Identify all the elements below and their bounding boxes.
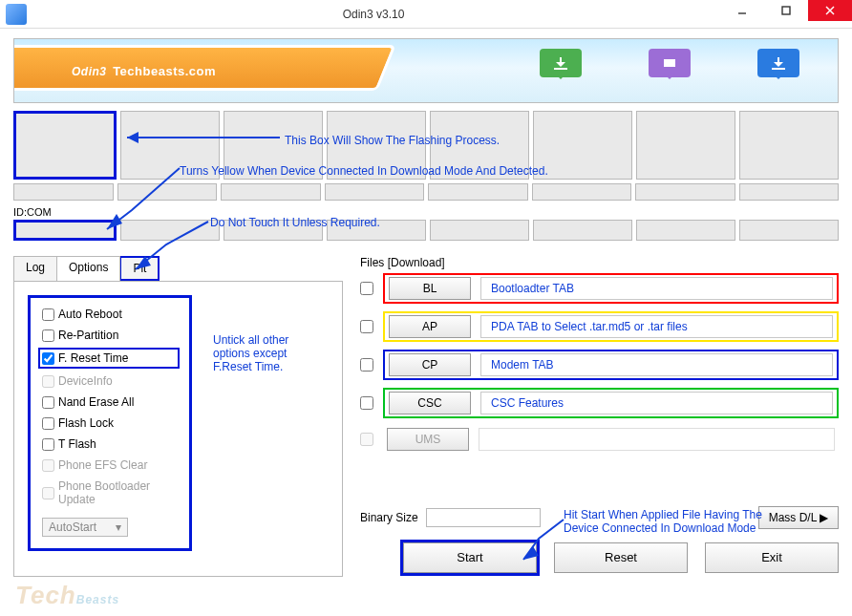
window-title: Odin3 v3.10	[27, 8, 720, 21]
banner-brand: Odin3 Techbeasts.com	[72, 56, 216, 81]
file-cp-field[interactable]: Modem TAB	[480, 353, 833, 376]
binary-size-label: Binary Size	[360, 511, 418, 524]
file-cp-checkbox[interactable]	[360, 358, 373, 372]
idcom-slot[interactable]	[636, 220, 735, 241]
option-phone-efs-clear: Phone EFS Clear	[42, 458, 178, 472]
progress-box	[327, 111, 426, 180]
option-nand-erase-all[interactable]: Nand Erase All	[42, 395, 178, 409]
tab-log[interactable]: Log	[13, 256, 57, 281]
minimize-button[interactable]	[720, 0, 764, 21]
file-ums-field	[479, 428, 835, 451]
slot	[221, 183, 321, 201]
progress-box	[120, 111, 220, 180]
autostart-dropdown[interactable]: AutoStart ▾	[42, 518, 128, 537]
file-ums-checkbox	[360, 433, 373, 446]
option-device-info: DeviceInfo	[42, 374, 178, 388]
slot-row	[13, 183, 839, 201]
download-icon	[540, 49, 582, 77]
idcom-slot[interactable]	[327, 220, 426, 241]
flag-icon	[649, 49, 691, 77]
option-t-flash[interactable]: T Flash	[42, 437, 178, 451]
progress-box	[430, 111, 529, 180]
file-ums-button: UMS	[387, 428, 469, 451]
option-flash-lock[interactable]: Flash Lock	[42, 416, 178, 430]
svg-rect-1	[782, 7, 790, 14]
file-bl-checkbox[interactable]	[360, 282, 373, 295]
file-ap-field[interactable]: PDA TAB to Select .tar.md5 or .tar files	[480, 315, 833, 338]
file-csc-button[interactable]: CSC	[389, 392, 471, 414]
slot	[739, 183, 840, 201]
mass-dl-button[interactable]: Mass D/L ▶	[758, 506, 839, 529]
idcom-slot[interactable]	[739, 220, 839, 241]
progress-box	[739, 111, 839, 180]
binary-size-field	[426, 508, 541, 527]
idcom-slot[interactable]	[533, 220, 632, 241]
idcom-row	[13, 220, 839, 241]
slot	[13, 183, 114, 201]
option-f-reset-time[interactable]: F. Reset Time	[40, 350, 178, 367]
progress-row	[13, 111, 839, 180]
app-icon	[6, 4, 27, 25]
slot	[428, 183, 528, 201]
files-section-label: Files [Download]	[360, 256, 839, 269]
idcom-slot[interactable]	[430, 220, 529, 241]
window-controls	[720, 0, 852, 28]
idcom-slot[interactable]	[224, 220, 323, 241]
progress-box	[224, 111, 323, 180]
maximize-button[interactable]	[764, 0, 808, 21]
exit-button[interactable]: Exit	[705, 542, 839, 573]
chevron-down-icon: ▾	[116, 520, 121, 534]
progress-box	[13, 111, 117, 180]
tab-options[interactable]: Options	[56, 256, 120, 281]
file-bl-button[interactable]: BL	[389, 277, 471, 300]
option-phone-bootloader-update: Phone Bootloader Update	[42, 479, 178, 506]
slot	[635, 183, 735, 201]
idcom-label: ID:COM	[13, 206, 839, 218]
option-repartition[interactable]: Re-Partition	[42, 329, 178, 342]
start-button[interactable]: Start	[403, 542, 537, 573]
slot	[532, 183, 632, 201]
window-titlebar: Odin3 v3.10	[0, 0, 852, 29]
right-panel: Files [Download] BL Bootloadter TAB AP P…	[360, 256, 839, 577]
close-button[interactable]	[808, 0, 852, 21]
file-csc-field[interactable]: CSC Features	[480, 392, 833, 414]
svg-rect-5	[664, 59, 675, 67]
tab-pit[interactable]: Pit	[119, 256, 160, 281]
options-group: Auto Reboot Re-Partition F. Reset Time D…	[28, 295, 192, 551]
progress-box	[636, 111, 735, 180]
file-bl-field[interactable]: Bootloadter TAB	[480, 277, 833, 300]
annotation-untick: Untick all other options except F.Reset …	[213, 333, 328, 373]
progress-box	[533, 111, 632, 180]
file-csc-checkbox[interactable]	[360, 396, 373, 410]
slot	[325, 183, 425, 201]
slot	[117, 183, 218, 201]
reset-button[interactable]: Reset	[554, 542, 688, 573]
file-ap-checkbox[interactable]	[360, 320, 373, 333]
idcom-slot[interactable]	[13, 220, 117, 241]
watermark: TechBeasts	[15, 581, 119, 610]
header-banner: Odin3 Techbeasts.com	[13, 38, 839, 103]
option-auto-reboot[interactable]: Auto Reboot	[42, 308, 178, 321]
idcom-slot[interactable]	[120, 220, 220, 241]
left-panel: Log Options Pit Auto Reboot Re-Partition…	[13, 256, 343, 577]
download-icon	[757, 49, 799, 77]
file-ap-button[interactable]: AP	[389, 315, 471, 338]
file-cp-button[interactable]: CP	[389, 353, 471, 376]
